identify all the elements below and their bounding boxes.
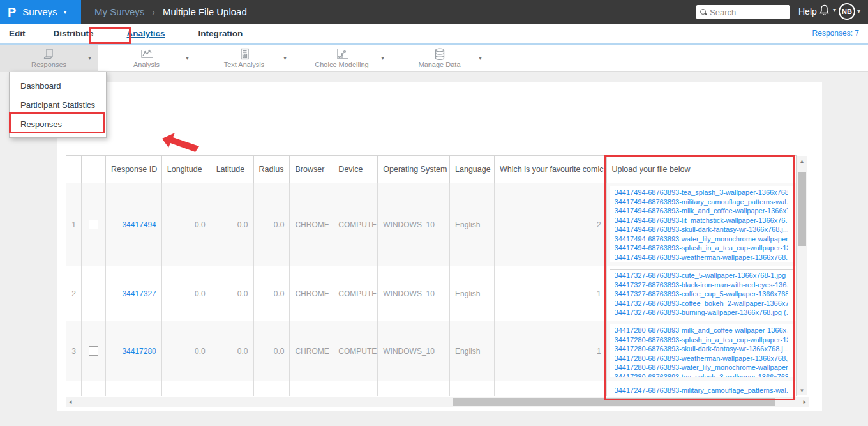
horizontal-scrollbar-thumb[interactable] <box>453 398 775 406</box>
responses-count-badge[interactable]: Responses: 7 <box>812 29 859 38</box>
cell-comics: 2 <box>495 183 607 266</box>
tab-edit[interactable]: Edit <box>9 29 26 38</box>
chevron-down-icon: ▾ <box>833 7 836 13</box>
file-link[interactable]: 34417494-68763893-weatherman-wallpaper-1… <box>615 253 788 262</box>
scroll-down-icon[interactable]: ▼ <box>797 386 807 395</box>
file-link[interactable]: 34417494-68763893-lit_matchstick-wallpap… <box>615 216 788 225</box>
column-header-num <box>66 156 82 183</box>
cell-check <box>82 266 106 321</box>
vertical-scrollbar-thumb[interactable] <box>798 172 806 246</box>
scroll-right-icon[interactable]: ► <box>800 397 809 407</box>
file-link[interactable]: 34417494-68763893-splash_in_a_tea_cup-wa… <box>615 243 788 253</box>
tab-distribute[interactable]: Distribute <box>54 29 94 38</box>
table-row: 2344173270.00.00.0CHROMECOMPUTERWINDOWS_… <box>66 266 796 321</box>
toolbar-group-responses[interactable]: Responses ▾ <box>0 45 98 72</box>
table-row: 1344174940.00.00.0CHROMECOMPUTERWINDOWS_… <box>66 183 796 266</box>
chevron-down-icon: ▾ <box>857 8 860 15</box>
toolbar-group-manage-data[interactable]: Manage Data ▾ <box>391 45 488 72</box>
column-header-language[interactable]: Language <box>450 156 495 183</box>
response-id-link[interactable]: 34417327 <box>122 289 156 298</box>
row-checkbox[interactable] <box>89 220 98 229</box>
file-link[interactable]: 34417494-68763893-milk_and_coffee-wallpa… <box>615 206 788 216</box>
column-header-label: Language <box>455 165 491 174</box>
file-link[interactable]: 34417280-68763893-splash_in_a_tea_cup-wa… <box>615 335 788 345</box>
column-header-label: Upload your file below <box>612 165 691 174</box>
notifications-button[interactable]: ▾ <box>818 4 836 17</box>
scroll-left-icon[interactable]: ◄ <box>66 397 75 407</box>
select-all-checkbox[interactable] <box>89 165 98 174</box>
menu-item-participant-statistics[interactable]: Participant Statistics <box>10 95 106 114</box>
row-checkbox[interactable] <box>89 289 98 298</box>
scroll-up-icon[interactable]: ▲ <box>797 156 807 166</box>
document-icon <box>237 47 252 62</box>
table-row: 3344172800.00.00.0CHROMECOMPUTERWINDOWS_… <box>66 321 796 381</box>
menu-item-responses[interactable]: Responses <box>10 114 106 133</box>
menu-item-dashboard[interactable]: Dashboard <box>10 76 106 95</box>
column-header-check[interactable] <box>82 156 106 183</box>
cell-browser: CHROME <box>290 321 333 381</box>
column-header-latitude[interactable]: Latitude <box>211 156 254 183</box>
row-checkbox[interactable] <box>89 346 98 356</box>
column-header-radius[interactable]: Radius <box>254 156 290 183</box>
file-link[interactable]: 34417494-68763893-tea_splash_3-wallpaper… <box>615 188 788 197</box>
cell-id: 34417280 <box>106 321 162 381</box>
file-link[interactable]: 34417327-68763893-coffee_bokeh_2-wallpap… <box>615 299 788 308</box>
file-link[interactable]: 34417280-68763893-weatherman-wallpaper-1… <box>615 354 788 363</box>
cell-latitude: 0.0 <box>211 321 254 381</box>
chevron-down-icon: ▾ <box>88 55 91 61</box>
column-header-longitude[interactable]: Longitude <box>162 156 211 183</box>
cell-radius: 0.0 <box>254 266 290 321</box>
toolbar-group-text-analysis[interactable]: Text Analysis ▾ <box>195 45 293 72</box>
cell-radius: 0.0 <box>254 183 290 266</box>
file-link[interactable]: 34417327-68763893-burning-wallpaper-1366… <box>615 308 788 317</box>
column-header-device[interactable]: Device <box>333 156 378 183</box>
chevron-down-icon: ▾ <box>283 55 287 61</box>
app-screen: P Surveys ▾ My Surveys › Multiple File U… <box>0 0 868 426</box>
vertical-scrollbar[interactable]: ▲ ▼ <box>797 156 807 395</box>
file-link[interactable]: 34417494-68763893-skull-dark-fantasy-wr-… <box>615 225 788 234</box>
tab-analytics[interactable]: Analytics <box>127 29 165 38</box>
survey-nav-bar: Edit Distribute Analytics Integration Re… <box>0 24 868 45</box>
response-id-link[interactable]: 34417280 <box>122 347 156 356</box>
surveys-product-menu[interactable]: P Surveys ▾ <box>0 0 81 24</box>
column-header-label: Which is your favourite comics? <box>500 165 607 174</box>
cell-num <box>66 381 82 396</box>
toolbar-group-analysis[interactable]: Analysis ▾ <box>98 45 195 72</box>
search-icon <box>700 9 707 16</box>
tab-integration[interactable]: Integration <box>198 29 243 38</box>
file-link[interactable]: 34417327-68763893-coffee_cup_5-wallpaper… <box>615 289 788 299</box>
file-link[interactable]: 34417494-68763893-water_lily_monochrome-… <box>615 234 788 244</box>
column-header-comics[interactable]: Which is your favourite comics? <box>495 156 607 183</box>
file-link[interactable]: 34417280-68763893-milk_and_coffee-wallpa… <box>615 326 788 335</box>
file-link[interactable]: 34417247-68763893-military_camouflage_pa… <box>615 386 788 395</box>
cell-device: COMPUTER <box>333 321 378 381</box>
horizontal-scrollbar[interactable]: ◄ ► <box>66 397 809 407</box>
cell-os: WINDOWS_10 <box>378 266 450 321</box>
response-id-link[interactable]: 34417494 <box>122 220 156 229</box>
breadcrumb: My Surveys › Multiple File Upload <box>94 0 247 24</box>
account-menu[interactable]: NB ▾ <box>839 3 860 20</box>
column-header-os[interactable]: Operating System <box>378 156 450 183</box>
file-link[interactable]: 34417280-68763893-tea_splash_3-wallpaper… <box>615 372 788 378</box>
uploaded-files-box: 34417494-68763893-tea_splash_3-wallpaper… <box>610 186 793 262</box>
chevron-down-icon: ▾ <box>381 55 384 61</box>
cell-check <box>82 321 106 381</box>
file-link[interactable]: 34417280-68763893-water_lily_monochrome-… <box>615 363 788 372</box>
file-link[interactable]: 34417247-68763893-splash_in_a_tea_cup-wa… <box>615 395 788 397</box>
file-link[interactable]: 34417327-68763893-cute_5-wallpaper-1366x… <box>615 271 788 280</box>
cell-language: English <box>450 266 495 321</box>
column-header-label: Device <box>338 165 363 174</box>
toolbar-group-choice-modelling[interactable]: Choice Modelling ▾ <box>293 45 391 72</box>
breadcrumb-survey-title: Multiple File Upload <box>163 6 247 17</box>
global-search-input[interactable] <box>710 8 780 17</box>
column-header-id[interactable]: Response ID▲ <box>106 156 162 183</box>
cell-files: 34417247-68763893-military_camouflage_pa… <box>607 381 796 396</box>
column-header-browser[interactable]: Browser <box>290 156 333 183</box>
file-link[interactable]: 34417494-68763893-military_camouflage_pa… <box>615 197 788 207</box>
breadcrumb-my-surveys[interactable]: My Surveys <box>94 6 144 17</box>
file-link[interactable]: 34417280-68763893-skull-dark-fantasy-wr-… <box>615 344 788 354</box>
file-link[interactable]: 34417327-68763893-black-iron-man-with-re… <box>615 280 788 290</box>
column-header-label: Longitude <box>167 165 202 174</box>
column-header-files[interactable]: Upload your file below <box>607 156 796 183</box>
help-link[interactable]: Help <box>798 6 817 17</box>
